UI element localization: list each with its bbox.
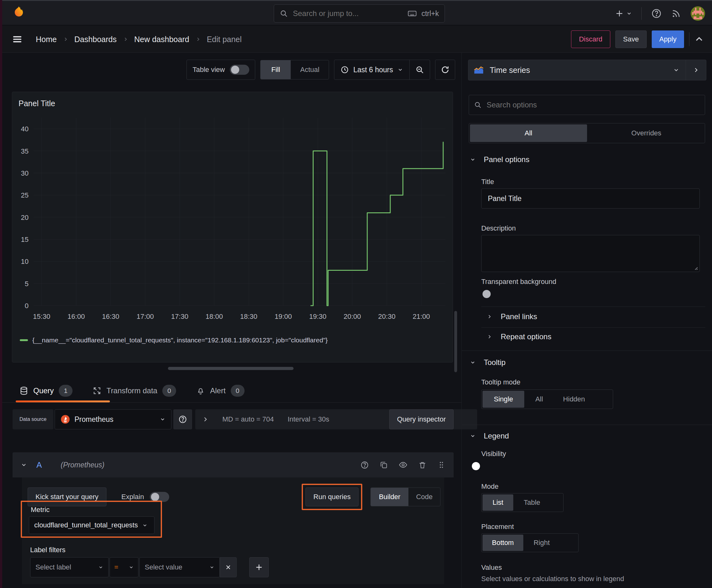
run-queries-button[interactable]: Run queries	[305, 487, 359, 506]
grafana-logo[interactable]	[11, 5, 26, 20]
panel-options-title: Panel options	[484, 155, 529, 164]
builder-option[interactable]: Builder	[371, 488, 408, 506]
legend-series-label[interactable]: {__name__="cloudflared_tunnel_total_requ…	[33, 336, 328, 344]
global-search-input[interactable]	[292, 9, 403, 18]
news-rss-icon[interactable]	[671, 8, 681, 19]
legend-placement-segmented: Bottom Right	[481, 533, 579, 552]
search-options-input[interactable]	[486, 100, 700, 110]
add-filter-button[interactable]	[249, 557, 269, 577]
tab-transform-data[interactable]: Transform data 0	[93, 385, 176, 397]
time-range-picker[interactable]: Last 6 hours	[335, 66, 409, 74]
code-option[interactable]: Code	[408, 488, 440, 506]
refresh-button[interactable]	[435, 60, 455, 80]
breadcrumb-new-dashboard[interactable]: New dashboard	[134, 35, 189, 44]
chevron-up-icon[interactable]	[694, 35, 704, 44]
save-button[interactable]: Save	[615, 30, 647, 48]
breadcrumb-home[interactable]: Home	[36, 35, 57, 44]
legend-mode-table[interactable]: Table	[514, 493, 550, 512]
svg-text:18:30: 18:30	[240, 313, 257, 320]
datasource-picker[interactable]: Prometheus	[55, 409, 171, 429]
help-icon[interactable]	[651, 8, 662, 19]
fill-option[interactable]: Fill	[261, 60, 291, 79]
select-label-dropdown[interactable]: Select label	[30, 557, 109, 577]
prometheus-icon	[61, 415, 70, 424]
user-avatar[interactable]	[691, 6, 705, 21]
select-value-placeholder: Select value	[145, 563, 182, 571]
panel-options-header[interactable]: Panel options	[470, 155, 529, 164]
chevron-right-icon[interactable]	[202, 416, 209, 422]
query-inspector-button[interactable]: Query inspector	[389, 409, 454, 429]
apply-button[interactable]: Apply	[652, 30, 684, 48]
query-ref-note: (Prometheus)	[61, 461, 104, 469]
operator-dropdown[interactable]: =	[110, 557, 138, 577]
zoom-out-button[interactable]	[410, 65, 430, 74]
svg-text:20:00: 20:00	[344, 313, 361, 320]
chevron-down-icon	[470, 433, 476, 439]
tab-query[interactable]: Query 1	[19, 379, 72, 402]
panel-resize-handle[interactable]	[168, 367, 294, 370]
chart-panel[interactable]: Panel Title 051015202530354015:3016:0016…	[12, 92, 453, 362]
metric-value: cloudflared_tunnel_total_requests	[34, 521, 138, 529]
resize-handle-icon[interactable]	[693, 266, 698, 270]
chevron-right-icon	[487, 314, 492, 319]
svg-text:16:30: 16:30	[102, 313, 119, 320]
tooltip-mode-all[interactable]: All	[525, 390, 553, 408]
chevron-right-icon	[196, 37, 201, 42]
repeat-options-section[interactable]: Repeat options	[487, 332, 551, 341]
metric-select[interactable]: cloudflared_tunnel_total_requests	[29, 517, 154, 534]
svg-text:18:00: 18:00	[206, 313, 223, 320]
tooltip-mode-hidden[interactable]: Hidden	[553, 390, 595, 408]
help-circle-icon[interactable]	[360, 461, 369, 469]
drag-handle-icon[interactable]	[437, 461, 446, 469]
discard-button[interactable]: Discard	[571, 30, 610, 48]
time-range-control: Last 6 hours	[334, 60, 430, 80]
datasource-name: Prometheus	[74, 415, 113, 424]
time-range-label: Last 6 hours	[353, 66, 393, 74]
tab-all[interactable]: All	[470, 124, 587, 142]
chart-svg[interactable]: 051015202530354015:3016:0016:3017:0017:3…	[15, 112, 450, 332]
new-button[interactable]	[615, 9, 632, 18]
legend-header[interactable]: Legend	[470, 432, 509, 440]
datasource-label: Data source	[13, 409, 53, 429]
title-label: Title	[481, 178, 494, 186]
breadcrumb: Home Dashboards New dashboard Edit panel	[36, 35, 242, 44]
chevron-down-icon[interactable]	[21, 462, 27, 468]
breadcrumb-dashboards[interactable]: Dashboards	[74, 35, 117, 44]
legend-title: Legend	[484, 432, 509, 440]
panel-links-section[interactable]: Panel links	[487, 312, 537, 321]
query-row-header[interactable]: A (Prometheus)	[13, 452, 454, 478]
table-view-toggle[interactable]	[230, 65, 249, 75]
tab-alert-label: Alert	[210, 386, 225, 395]
run-queries-highlight: Run queries	[302, 484, 362, 510]
legend-mode-list[interactable]: List	[482, 495, 513, 511]
table-view-label: Table view	[192, 66, 225, 74]
duplicate-icon[interactable]	[380, 461, 388, 469]
panel-title-input[interactable]	[481, 188, 700, 209]
legend-placement-bottom[interactable]: Bottom	[482, 534, 523, 551]
tooltip-mode-single[interactable]: Single	[482, 391, 524, 408]
svg-text:21:00: 21:00	[413, 313, 430, 320]
tab-alert[interactable]: Alert 0	[196, 385, 244, 397]
panel-view-toolbar: Table view Fill Actual Last 6 hours	[187, 60, 455, 80]
visualization-picker[interactable]: Time series	[468, 60, 706, 80]
editor-tabs: Query 1 Transform data 0 Alert 0	[0, 379, 461, 403]
global-search-box[interactable]: ctrl+k	[274, 4, 445, 23]
collapse-options-button[interactable]	[686, 60, 706, 80]
actual-option[interactable]: Actual	[291, 60, 329, 79]
tooltip-header[interactable]: Tooltip	[470, 358, 505, 367]
vertical-scrollbar[interactable]	[454, 311, 457, 372]
legend-placement-right[interactable]: Right	[524, 534, 559, 552]
datasource-help-button[interactable]	[173, 409, 192, 429]
trash-icon[interactable]	[418, 461, 427, 469]
options-sidebar: Time series All Overrides Panel options …	[461, 53, 712, 588]
query-ref-id[interactable]: A	[37, 460, 42, 470]
eye-icon[interactable]	[399, 460, 408, 469]
menu-icon[interactable]	[12, 34, 23, 45]
description-textarea[interactable]	[481, 235, 700, 272]
search-options-box[interactable]	[469, 95, 705, 115]
actions-divider	[689, 33, 689, 46]
select-value-dropdown[interactable]: Select value	[139, 557, 220, 577]
tab-overrides[interactable]: Overrides	[588, 123, 705, 143]
remove-filter-button[interactable]	[220, 557, 237, 577]
top-nav-bar: ctrl+k	[0, 0, 712, 25]
